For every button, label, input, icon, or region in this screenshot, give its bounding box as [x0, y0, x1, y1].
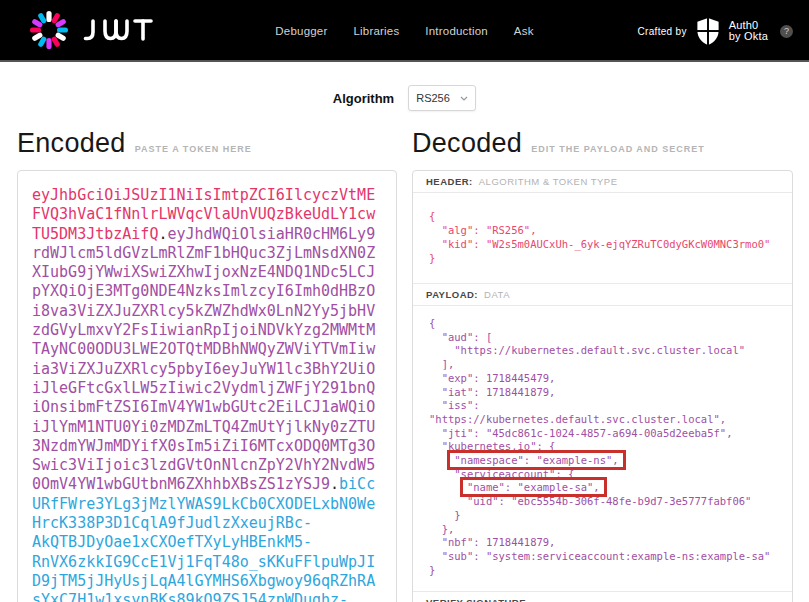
json-line: "kubernetes.io": {: [429, 440, 776, 454]
jwt-logo[interactable]: [28, 9, 153, 51]
nav-item-libraries[interactable]: Libraries: [353, 25, 399, 37]
json-line: "namespace": "example-ns",: [429, 454, 776, 468]
algorithm-select[interactable]: RS256: [408, 85, 476, 111]
json-line-text: "serviceaccount": {: [454, 468, 574, 480]
json-line: "alg": "RS256",: [429, 223, 776, 237]
verify-section-label: VERIFY SIGNATURE: [413, 591, 792, 602]
nav-item-ask[interactable]: Ask: [514, 25, 534, 37]
crafted-by-link[interactable]: Crafted by Auth0 by Okta ?: [638, 0, 793, 62]
auth0-brand-text: Auth0 by Okta: [729, 20, 768, 43]
header-section-label: HEADER: ALGORITHM & TOKEN TYPE: [413, 171, 792, 193]
json-line: {: [429, 209, 776, 223]
json-line-text: }: [429, 564, 435, 576]
json-line: "nbf": 1718441879,: [429, 536, 776, 550]
json-line-text: "kubernetes.io": {: [442, 440, 556, 452]
json-line: "https://kubernetes.default.svc.cluster.…: [429, 413, 776, 427]
jwt-starburst-icon: [28, 9, 70, 51]
decoded-payload-json[interactable]: { "aud": [ "https://kubernetes.default.s…: [413, 306, 792, 591]
auth0-logo-icon: [696, 18, 720, 45]
decoded-title: Decoded: [412, 128, 522, 159]
json-line: "kid": "W2s5m0AUCxUh-_6yk-ejqYZRuTC0dyGK…: [429, 237, 776, 251]
token-segment: biCcURfFWre3YLg3jMzlYWAS9LkCb0CXODELxbN0…: [32, 475, 375, 602]
top-navigation-bar: DebuggerLibrariesIntroductionAsk Crafted…: [0, 0, 809, 62]
payload-section-label: PAYLOAD: DATA: [413, 283, 792, 306]
encoded-title: Encoded: [17, 128, 126, 159]
json-line-text: "https://kubernetes.default.svc.cluster.…: [454, 344, 745, 356]
algorithm-row: Algorithm RS256: [0, 84, 809, 112]
highlighted-claim: "name": "example-sa",: [464, 481, 603, 493]
json-line: "name": "example-sa",: [429, 481, 776, 495]
json-line: {: [429, 317, 776, 331]
json-line-text: "exp": 1718445479,: [442, 372, 556, 384]
encoded-token-editor[interactable]: eyJhbGciOiJSUzI1NiIsImtpZCI6IlcyczVtMEFV…: [17, 170, 397, 602]
algorithm-selected-value: RS256: [416, 92, 450, 104]
decoded-column: Decoded EDIT THE PAYLOAD AND SECRET HEAD…: [412, 128, 793, 602]
json-line: }: [429, 251, 776, 265]
json-line-text: "iss":: [442, 399, 480, 411]
json-line: ],: [429, 358, 776, 372]
nav-item-introduction[interactable]: Introduction: [425, 25, 488, 37]
nav-item-debugger[interactable]: Debugger: [275, 25, 327, 37]
decoded-subtitle: EDIT THE PAYLOAD AND SECRET: [531, 144, 705, 154]
json-line: }: [429, 564, 776, 578]
json-line-text: "sub": "system:serviceaccount:example-ns…: [442, 550, 771, 562]
jwt-logotype: [83, 18, 153, 42]
json-line-text: "uid": "ebc5554b-306f-48fe-b9d7-3e5777fa…: [467, 495, 751, 507]
json-line-text: "jti": "45dc861c-1024-4857-a694-00a5d2ee…: [442, 427, 733, 439]
json-line: },: [429, 523, 776, 537]
json-line-text: },: [442, 523, 455, 535]
json-line-text: "nbf": 1718441879,: [442, 536, 556, 548]
json-line: "https://kubernetes.default.svc.cluster.…: [429, 344, 776, 358]
algorithm-label: Algorithm: [333, 91, 394, 106]
token-segment: eyJhdWQiOlsiaHR0cHM6Ly9rdWJlcm5ldGVzLmRl…: [32, 225, 375, 494]
json-line-text: "https://kubernetes.default.svc.cluster.…: [429, 413, 726, 425]
decoded-header-json[interactable]: { "alg": "RS256", "kid": "W2s5m0AUCxUh-_…: [413, 193, 792, 283]
json-line-text: ],: [442, 358, 455, 370]
encoded-column: Encoded PASTE A TOKEN HERE eyJhbGciOiJSU…: [17, 128, 397, 602]
json-line-text: }: [454, 509, 460, 521]
json-line: "serviceaccount": {: [429, 468, 776, 482]
chevron-down-icon: [460, 96, 468, 101]
json-line-text: "iat": 1718441879,: [442, 386, 556, 398]
main-nav: DebuggerLibrariesIntroductionAsk: [275, 0, 533, 62]
help-icon[interactable]: ?: [780, 25, 793, 38]
json-line: "jti": "45dc861c-1024-4857-a694-00a5d2ee…: [429, 427, 776, 441]
json-line-text: {: [429, 317, 435, 329]
crafted-by-label: Crafted by: [638, 26, 687, 37]
json-line: "exp": 1718445479,: [429, 372, 776, 386]
token-segment: .: [330, 475, 339, 493]
json-line: "aud": [: [429, 331, 776, 345]
encoded-subtitle: PASTE A TOKEN HERE: [135, 144, 252, 154]
json-line: "iss":: [429, 399, 776, 413]
decoded-panel: HEADER: ALGORITHM & TOKEN TYPE { "alg": …: [412, 170, 793, 602]
json-line: "uid": "ebc5554b-306f-48fe-b9d7-3e5777fa…: [429, 495, 776, 509]
json-line: "sub": "system:serviceaccount:example-ns…: [429, 550, 776, 564]
json-line: }: [429, 509, 776, 523]
highlighted-claim: "namespace": "example-ns",: [451, 454, 621, 466]
json-line-text: "aud": [: [442, 331, 493, 343]
json-line: "iat": 1718441879,: [429, 386, 776, 400]
